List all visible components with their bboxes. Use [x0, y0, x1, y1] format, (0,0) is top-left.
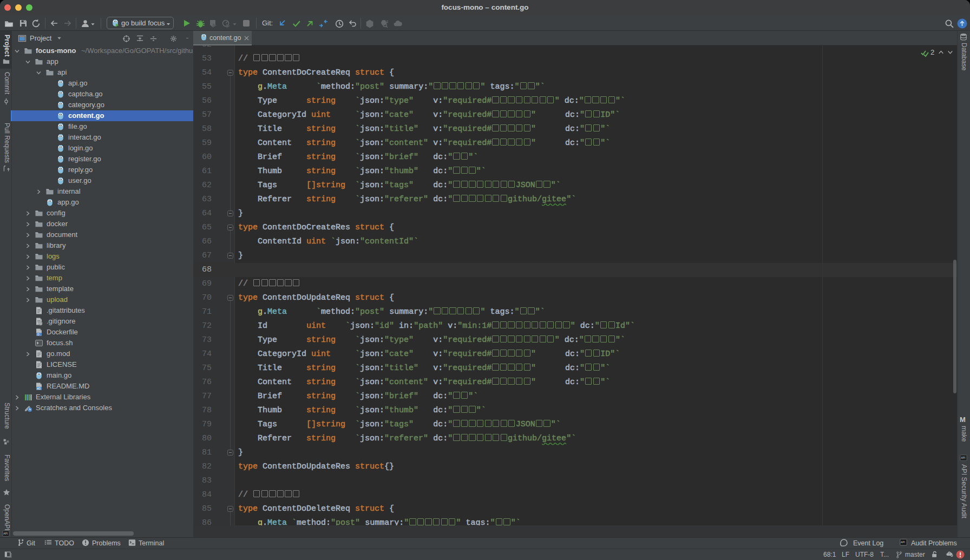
svg-text:D: D: [37, 333, 40, 336]
svg-text:API: API: [961, 457, 965, 459]
svg-text:MD: MD: [37, 387, 41, 390]
svg-text:API: API: [901, 541, 905, 544]
svg-text:?: ?: [948, 552, 950, 555]
